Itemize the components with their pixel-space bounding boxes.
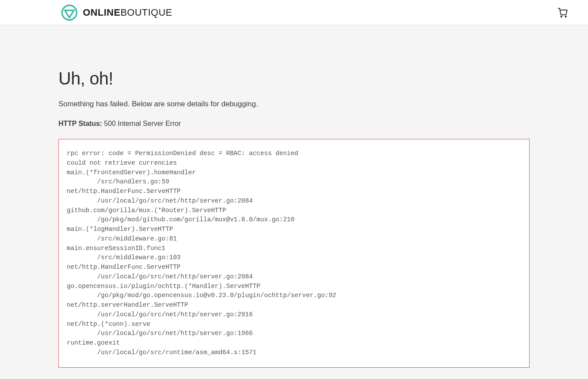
error-title: Uh, oh!: [58, 69, 530, 88]
brand-name: ONLINEBOUTIQUE: [83, 7, 172, 18]
header: ONLINEBOUTIQUE: [0, 0, 588, 25]
error-subtitle: Something has failed. Below are some det…: [58, 100, 530, 108]
http-status-label: HTTP Status:: [58, 120, 102, 127]
brand-logo-icon: [61, 4, 78, 21]
http-status-value: 500 Internal Server Error: [104, 120, 181, 127]
svg-point-2: [565, 16, 566, 17]
brand-logo-link[interactable]: ONLINEBOUTIQUE: [61, 4, 172, 21]
main-content: Uh, oh! Something has failed. Below are …: [58, 25, 530, 379]
stack-trace: rpc error: code = PermissionDenied desc …: [58, 139, 530, 368]
cart-button[interactable]: [555, 5, 571, 20]
cart-icon: [557, 7, 568, 18]
http-status: HTTP Status: 500 Internal Server Error: [58, 120, 530, 128]
svg-point-1: [561, 16, 562, 17]
